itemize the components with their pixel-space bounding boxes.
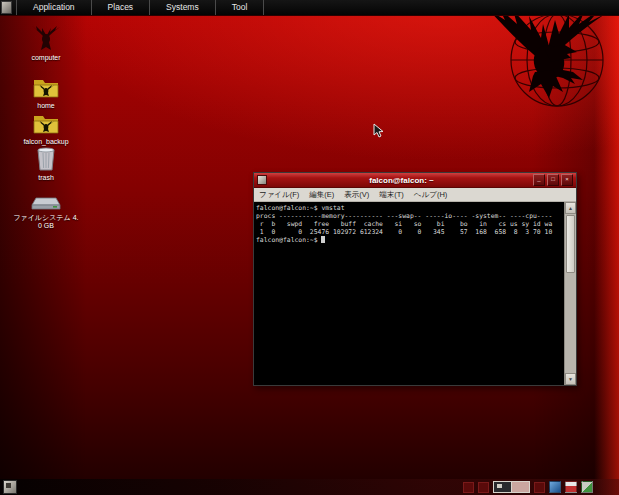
workspace-2[interactable] [512,482,529,492]
backup-folder-icon [32,112,60,136]
scroll-up-button[interactable]: ▲ [565,202,576,214]
home-folder-icon [32,76,60,100]
menubar-corner-icon[interactable] [1,1,12,14]
computer-eagle-icon [31,26,61,52]
desktop-icon-filesystem[interactable]: ファイルシステム 4. 0 GB [10,196,82,230]
tray-network-icon[interactable] [549,481,561,493]
terminal-scrollbar[interactable]: ▲ ▼ [564,202,576,385]
terminal-menu-view[interactable]: 表示(V) [339,190,374,200]
terminal-cursor [321,236,325,243]
terminal-menubar: ファイル(F) 編集(E) 表示(V) 端末(T) ヘルプ(H) [254,188,576,202]
scroll-down-button[interactable]: ▼ [565,373,576,385]
desktop-icon-home[interactable]: home [10,76,82,110]
maximize-button[interactable]: □ [547,174,559,186]
menu-systems[interactable]: Systems [149,0,215,15]
terminal-line: r b swpd free buff cache si so bi bo in … [256,220,562,228]
terminal-line: falcon@falcon:~$ vmstat [256,204,562,212]
desktop-icon-label: home [10,102,82,110]
terminal-window-title: falcon@falcon: ~ [270,176,533,185]
desktop-icon-label-line2: 0 GB [10,222,82,230]
desktop-icon-trash[interactable]: trash [10,146,82,182]
terminal-screen[interactable]: falcon@falcon:~$ vmstat procs ----------… [254,202,564,385]
desktop-icon-computer[interactable]: computer [10,26,82,62]
close-button[interactable]: × [561,174,573,186]
scrollbar-thumb[interactable] [566,215,575,273]
tray-volume-icon[interactable] [581,481,593,493]
desktop-icon-falcon-backup[interactable]: falcon_backup [10,112,82,146]
terminal-line: 1 0 0 25476 102972 612324 0 0 345 57 168… [256,228,562,236]
terminal-menu-file[interactable]: ファイル(F) [254,190,304,200]
terminal-titlebar[interactable]: falcon@falcon: ~ _ □ × [254,173,576,188]
scrollbar-track[interactable] [565,274,576,373]
show-desktop-icon[interactable] [3,480,17,494]
tray-applet-icon-3[interactable] [534,482,545,493]
tray-update-icon[interactable] [565,481,577,493]
desktop-background: Application Places Systems Tool computer [0,0,619,495]
menu-tool[interactable]: Tool [215,0,265,15]
terminal-window-icon [257,175,267,185]
system-tray [463,481,593,493]
trash-icon [35,146,57,172]
top-menubar: Application Places Systems Tool [0,0,619,16]
workspace-switcher[interactable] [493,481,530,493]
tray-applet-icon[interactable] [463,482,474,493]
workspace-1[interactable] [494,482,512,492]
desktop-icon-label: ファイルシステム 4. [10,214,82,222]
desktop-icon-label: falcon_backup [10,138,82,146]
bottom-taskbar [0,479,619,495]
menu-application[interactable]: Application [16,0,91,15]
terminal-menu-edit[interactable]: 編集(E) [304,190,339,200]
desktop-icon-label: computer [10,54,82,62]
minimize-button[interactable]: _ [533,174,545,186]
desktop-icon-label: trash [10,174,82,182]
terminal-line: procs -----------memory---------- ---swa… [256,212,562,220]
falcon-globe-logo [479,6,619,110]
terminal-menu-help[interactable]: ヘルプ(H) [409,190,452,200]
menu-places[interactable]: Places [91,0,150,15]
terminal-menu-terminal[interactable]: 端末(T) [374,190,409,200]
terminal-prompt-line: falcon@falcon:~$ [256,236,562,244]
terminal-window: falcon@falcon: ~ _ □ × ファイル(F) 編集(E) 表示(… [253,172,577,386]
disk-drive-icon [31,196,61,212]
tray-applet-icon-2[interactable] [478,482,489,493]
mouse-cursor [373,123,384,139]
